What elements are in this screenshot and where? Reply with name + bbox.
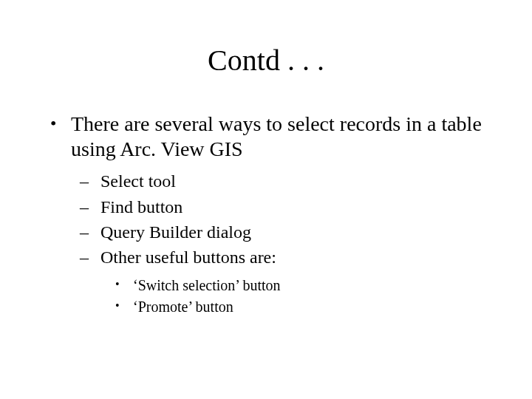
list-item-text: Select tool [100,171,176,191]
slide: Contd . . . There are several ways to se… [0,43,532,399]
list-item: ‘Switch selection’ button [100,276,495,296]
list-item-text: There are several ways to select records… [71,112,482,160]
list-item-text: ‘Switch selection’ button [133,277,281,293]
bullet-list-level2: Select tool Find button Query Builder di… [71,169,495,317]
list-item: Select tool [71,169,495,193]
list-item: Query Builder dialog [71,220,495,244]
list-item: Other useful buttons are: ‘Switch select… [71,245,495,316]
list-item: Find button [71,195,495,219]
bullet-list-level3: ‘Switch selection’ button ‘Promote’ butt… [100,276,495,317]
bullet-list-level1: There are several ways to select records… [46,112,495,317]
list-item-text: ‘Promote’ button [133,299,233,315]
list-item: There are several ways to select records… [46,112,495,317]
list-item-text: Find button [100,197,183,216]
list-item: ‘Promote’ button [100,297,495,317]
slide-title: Contd . . . [0,43,532,78]
slide-body: There are several ways to select records… [46,112,495,317]
list-item-text: Query Builder dialog [100,222,251,242]
list-item-text: Other useful buttons are: [100,248,276,267]
